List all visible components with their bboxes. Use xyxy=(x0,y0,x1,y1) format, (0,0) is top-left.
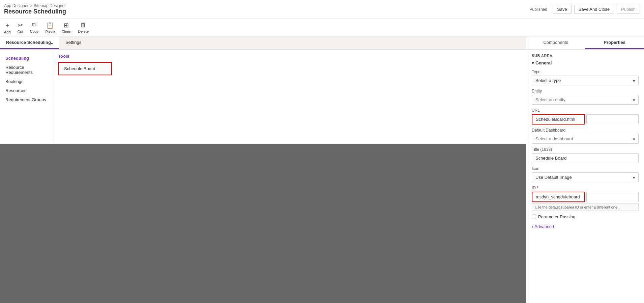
type-select[interactable]: Select a type xyxy=(532,76,639,85)
right-tab-components[interactable]: Components xyxy=(526,36,585,49)
cut-label: Cut xyxy=(18,30,23,34)
top-bar: App Designer > Sitemap Designer Resource… xyxy=(0,0,644,19)
copy-button[interactable]: ⧉ Copy xyxy=(30,22,39,33)
advanced-label: Advanced xyxy=(534,224,554,229)
tools-title: Tools xyxy=(58,54,522,59)
sidebar-nav: Scheduling Resource Requirements Booking… xyxy=(0,50,54,144)
paste-label: Paste xyxy=(45,30,55,34)
general-section-header[interactable]: ▾ General xyxy=(532,60,639,65)
right-tab-bar: Components Properties xyxy=(526,36,644,50)
id-input[interactable] xyxy=(532,192,585,202)
left-panel: Resource Scheduling.. Settings Schedulin… xyxy=(0,36,526,303)
chevron-down-icon: ▾ xyxy=(532,60,534,65)
breadcrumb-app-designer[interactable]: App Designer xyxy=(4,3,29,8)
tab-settings[interactable]: Settings xyxy=(59,36,87,49)
default-dashboard-label: Default Dashboard xyxy=(532,128,639,133)
app-title: Resource Scheduling xyxy=(4,8,66,15)
type-select-wrapper: Select a type xyxy=(532,76,639,85)
chevron-right-icon: › xyxy=(532,224,533,229)
delete-icon: 🗑 xyxy=(80,22,86,29)
id-row xyxy=(532,192,639,202)
cut-button[interactable]: ✂ Cut xyxy=(18,22,23,34)
breadcrumb-sep: > xyxy=(30,3,32,8)
entity-select-wrapper xyxy=(532,95,639,105)
toolbar: ＋ Add ✂ Cut ⧉ Copy 📋 Paste ⊞ Clone 🗑 Del… xyxy=(0,19,644,36)
nav-item-resource-requirements[interactable]: Resource Requirements xyxy=(3,63,51,77)
clone-label: Clone xyxy=(62,30,71,34)
parameter-passing-checkbox[interactable] xyxy=(532,215,536,219)
title-input[interactable] xyxy=(532,153,639,163)
advanced-row[interactable]: › Advanced xyxy=(532,224,639,229)
url-label: URL xyxy=(532,108,639,113)
add-label: Add xyxy=(4,30,11,34)
id-extra-input[interactable] xyxy=(586,192,639,202)
save-and-close-button[interactable]: Save And Close xyxy=(574,5,614,14)
general-section-label: General xyxy=(535,60,552,65)
dashboard-select-wrapper xyxy=(532,134,639,144)
tab-bar: Resource Scheduling.. Settings xyxy=(0,36,526,50)
dashboard-input[interactable] xyxy=(532,134,639,144)
add-button[interactable]: ＋ Add xyxy=(4,21,11,34)
icon-label: Icon xyxy=(532,166,639,171)
url-extra-input[interactable] xyxy=(586,114,639,124)
id-label: ID xyxy=(532,186,639,190)
top-bar-left: App Designer > Sitemap Designer Resource… xyxy=(4,3,66,15)
published-badge: Published xyxy=(529,7,547,12)
cut-icon: ✂ xyxy=(18,22,23,29)
clone-button[interactable]: ⊞ Clone xyxy=(62,22,71,34)
right-panel: Components Properties SUB AREA ▾ General… xyxy=(526,36,644,303)
nav-item-resources[interactable]: Resources xyxy=(3,86,51,95)
nav-item-bookings[interactable]: Bookings xyxy=(3,77,51,86)
icon-select[interactable]: Use Default Image xyxy=(532,172,639,182)
properties-content: SUB AREA ▾ General Type Select a type En… xyxy=(526,50,644,233)
parameter-passing-row: Parameter Passing xyxy=(532,214,639,219)
delete-label: Delete xyxy=(78,29,89,33)
sub-area-title: SUB AREA xyxy=(532,54,639,58)
title-label: Title (1033) xyxy=(532,147,639,152)
paste-button[interactable]: 📋 Paste xyxy=(45,22,55,34)
publish-button[interactable]: Publish xyxy=(617,5,640,14)
top-bar-right: Published Save Save And Close Publish xyxy=(529,5,640,14)
url-input[interactable] xyxy=(532,114,585,125)
nav-item-requirement-groups[interactable]: Requirement Groups xyxy=(3,95,51,104)
type-label: Type xyxy=(532,70,639,74)
breadcrumb: App Designer > Sitemap Designer xyxy=(4,3,66,8)
clone-icon: ⊞ xyxy=(64,22,69,29)
url-row xyxy=(532,114,639,125)
tools-area: Tools Schedule Board xyxy=(54,50,526,144)
parameter-passing-label: Parameter Passing xyxy=(538,214,576,219)
schedule-board-item[interactable]: Schedule Board xyxy=(58,62,112,75)
breadcrumb-sitemap-designer[interactable]: Sitemap Designer xyxy=(34,3,66,8)
copy-icon: ⧉ xyxy=(32,22,36,29)
main-layout: Resource Scheduling.. Settings Schedulin… xyxy=(0,36,644,303)
paste-icon: 📋 xyxy=(46,22,54,29)
right-tab-properties[interactable]: Properties xyxy=(585,36,644,49)
entity-input[interactable] xyxy=(532,95,639,105)
nav-group-scheduling[interactable]: Scheduling xyxy=(3,54,51,63)
copy-label: Copy xyxy=(30,29,39,33)
entity-label: Entity xyxy=(532,89,639,93)
top-content-area: Scheduling Resource Requirements Booking… xyxy=(0,50,526,144)
delete-button[interactable]: 🗑 Delete xyxy=(78,22,89,33)
save-button[interactable]: Save xyxy=(553,5,572,14)
tab-resource-scheduling[interactable]: Resource Scheduling.. xyxy=(0,36,59,49)
dark-area xyxy=(0,144,526,303)
icon-select-wrapper: Use Default Image xyxy=(532,172,639,182)
id-tooltip: Use the default subarea ID or enter a di… xyxy=(532,203,639,211)
add-icon: ＋ xyxy=(4,21,10,29)
